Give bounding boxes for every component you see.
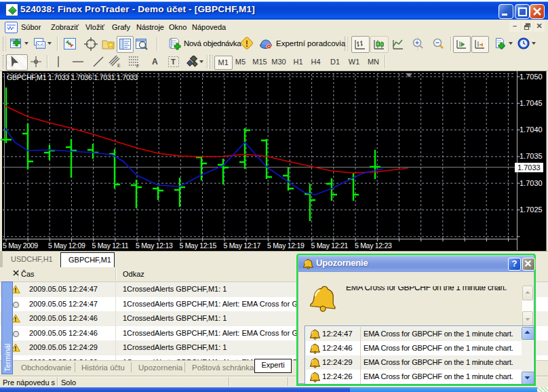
svg-text:1.7040: 1.7040 [520, 125, 543, 134]
svg-text:1.7050: 1.7050 [520, 73, 543, 81]
svg-text:1.7025: 1.7025 [520, 205, 543, 214]
svg-text:1.7030: 1.7030 [520, 179, 543, 187]
svg-text:5 May 12:11: 5 May 12:11 [92, 241, 129, 250]
svg-text:5 May 12:17: 5 May 12:17 [224, 241, 261, 250]
svg-text:5 May 12:23: 5 May 12:23 [355, 241, 392, 250]
svg-text:T: T [171, 58, 176, 66]
svg-text:GBPCHF,M1 1.7033 1.7036 1.703: GBPCHF,M1 1.7033 1.7036 1.7031 1.7033 [7, 73, 138, 81]
svg-text:5 May 12:19: 5 May 12:19 [267, 241, 305, 250]
svg-text:5 May 12:09: 5 May 12:09 [48, 241, 85, 250]
svg-text:5 May 12:15: 5 May 12:15 [180, 241, 217, 250]
svg-text:5 May 12:21: 5 May 12:21 [311, 241, 349, 250]
svg-text:5 May 2009: 5 May 2009 [3, 241, 38, 250]
svg-text:F: F [136, 64, 139, 68]
svg-text:5 May 12:13: 5 May 12:13 [136, 241, 173, 250]
svg-text:1.7035: 1.7035 [520, 152, 543, 160]
svg-text:E: E [117, 63, 121, 68]
svg-text:Terminál: Terminál [3, 343, 12, 372]
svg-text:1.7045: 1.7045 [520, 99, 543, 107]
svg-text:1.7033: 1.7033 [517, 163, 541, 172]
